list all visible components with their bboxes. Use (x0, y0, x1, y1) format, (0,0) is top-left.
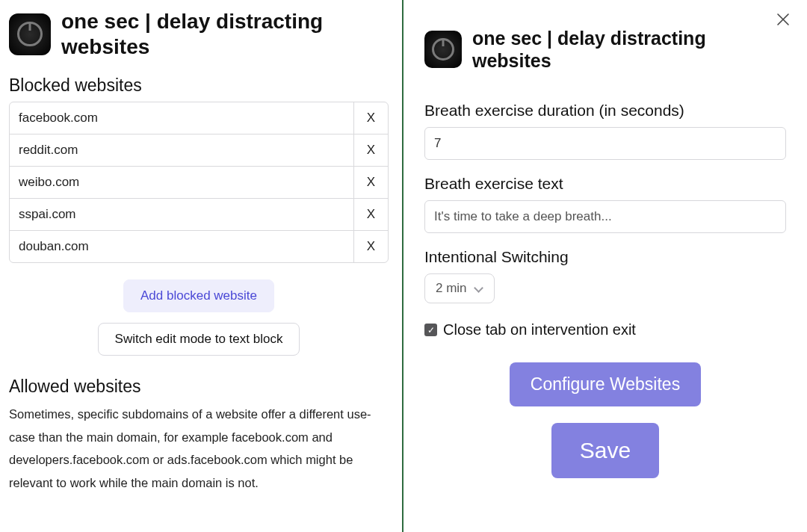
allowed-websites-heading: Allowed websites (9, 377, 389, 397)
app-logo-icon (9, 13, 51, 55)
settings-panel: one sec | delay distracting websites Bre… (404, 0, 807, 532)
allowed-websites-description: Sometimes, specific subdomains of a webs… (9, 403, 389, 494)
close-tab-label: Close tab on intervention exit (443, 321, 636, 338)
breath-text-input[interactable] (424, 200, 786, 233)
blocked-domain: facebook.com (10, 102, 353, 134)
intentional-switching-select[interactable]: 2 min (424, 273, 495, 303)
intentional-switching-label: Intentional Switching (424, 248, 786, 266)
duration-label: Breath exercise duration (in seconds) (424, 102, 786, 120)
app-header-right: one sec | delay distracting websites (424, 27, 786, 72)
close-icon[interactable] (776, 12, 791, 30)
switch-edit-mode-button[interactable]: Switch edit mode to text block (98, 323, 300, 356)
app-header-left: one sec | delay distracting websites (9, 9, 389, 59)
duration-input[interactable] (424, 127, 786, 160)
intentional-switching-value: 2 min (436, 281, 467, 296)
breath-text-label: Breath exercise text (424, 175, 786, 193)
blocked-domain: douban.com (10, 231, 353, 262)
blocked-domain: reddit.com (10, 134, 353, 166)
close-tab-checkbox[interactable]: ✓ (424, 324, 437, 336)
remove-site-button[interactable]: X (353, 231, 388, 262)
blocked-websites-panel: one sec | delay distracting websites Blo… (0, 0, 404, 532)
blocked-row: reddit.com X (10, 134, 388, 166)
blocked-actions: Add blocked website Switch edit mode to … (9, 279, 389, 356)
app-title: one sec | delay distracting websites (61, 9, 389, 59)
blocked-row: douban.com X (10, 230, 388, 262)
settings-actions: Configure Websites Save (424, 362, 786, 478)
remove-site-button[interactable]: X (353, 199, 388, 230)
blocked-websites-list: facebook.com X reddit.com X weibo.com X … (9, 102, 389, 263)
save-button[interactable]: Save (551, 423, 659, 478)
blocked-domain: weibo.com (10, 167, 353, 198)
remove-site-button[interactable]: X (353, 167, 388, 198)
remove-site-button[interactable]: X (353, 102, 388, 134)
add-blocked-website-button[interactable]: Add blocked website (123, 279, 274, 312)
blocked-websites-heading: Blocked websites (9, 75, 389, 96)
remove-site-button[interactable]: X (353, 134, 388, 166)
configure-websites-button[interactable]: Configure Websites (510, 362, 701, 406)
blocked-row: facebook.com X (10, 102, 388, 134)
blocked-row: sspai.com X (10, 198, 388, 230)
chevron-down-icon (474, 284, 483, 293)
blocked-row: weibo.com X (10, 166, 388, 198)
blocked-domain: sspai.com (10, 199, 353, 230)
app-logo-icon (424, 31, 462, 68)
close-tab-row[interactable]: ✓ Close tab on intervention exit (424, 321, 786, 338)
app-title: one sec | delay distracting websites (472, 27, 786, 72)
